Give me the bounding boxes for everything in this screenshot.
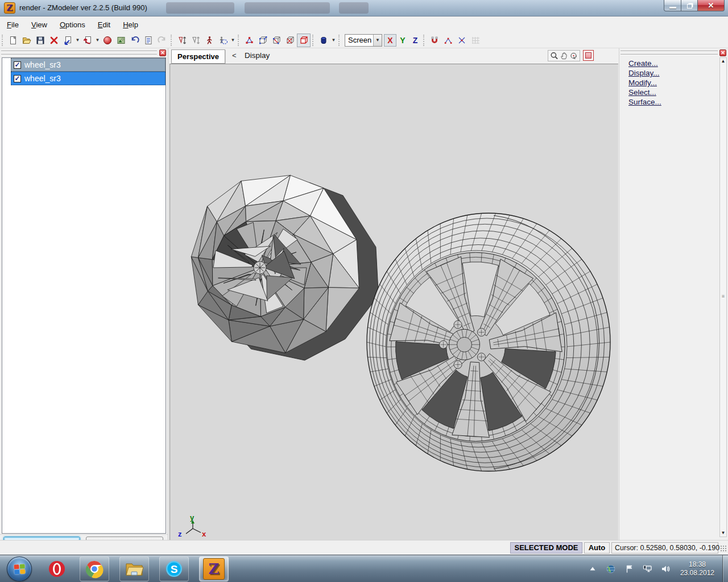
render-button[interactable]: [101, 34, 114, 47]
import-button[interactable]: [61, 34, 75, 47]
taskbar-clock[interactable]: 18:38 23.08.2012: [680, 560, 714, 577]
command-link-display[interactable]: Display...: [628, 68, 661, 78]
command-link-modify[interactable]: Modify...: [628, 78, 661, 88]
network-globe-icon[interactable]: [606, 564, 616, 574]
export-button[interactable]: [81, 34, 94, 47]
dropdown-caret-icon[interactable]: ▼: [230, 34, 236, 47]
scrollbar-grip[interactable]: ≡: [721, 293, 726, 299]
tab-perspective[interactable]: Perspective: [171, 49, 225, 64]
axis-x-button[interactable]: X: [384, 34, 396, 47]
dropdown-caret-icon[interactable]: ▼: [75, 34, 81, 47]
toolbar-separator: [423, 35, 426, 46]
commands-scrollbar[interactable]: ▲ ≡ ▼: [719, 57, 727, 537]
modify-translate-icon: [177, 35, 187, 45]
minimize-button[interactable]: [664, 0, 681, 11]
toolbar-separator: [2, 35, 5, 46]
taskbar-skype[interactable]: S: [159, 556, 189, 581]
axis-y-label: y: [190, 515, 195, 522]
background-window-ghost: [339, 2, 369, 14]
show-desktop-button[interactable]: [722, 555, 728, 582]
zoom-icon[interactable]: [549, 51, 559, 61]
pan-icon[interactable]: [559, 51, 569, 61]
viewport-maximize-button[interactable]: [583, 50, 594, 61]
command-link-create[interactable]: Create...: [628, 59, 661, 68]
magnet-button[interactable]: [428, 34, 441, 47]
command-link-select[interactable]: Select...: [628, 88, 661, 97]
chevron-down-icon[interactable]: ▼: [373, 35, 382, 46]
objects-panel-header[interactable]: ✕: [1, 49, 166, 56]
select-figure-button[interactable]: [216, 34, 230, 47]
rotate-view-icon[interactable]: [569, 51, 578, 61]
menu-edit[interactable]: Edit: [92, 18, 116, 31]
panel-close-icon[interactable]: ✕: [719, 49, 726, 56]
close-button[interactable]: ✕: [698, 0, 725, 11]
menu-help[interactable]: Help: [117, 18, 144, 31]
panel-close-icon[interactable]: ✕: [159, 49, 166, 56]
new-file-button[interactable]: [6, 34, 20, 47]
material-bucket-icon: [318, 35, 329, 45]
level-edges-icon: [258, 35, 268, 45]
breadcrumb-back[interactable]: <: [232, 51, 237, 60]
panel-grip[interactable]: [621, 51, 718, 55]
menu-file[interactable]: File: [1, 18, 24, 31]
dropdown-caret-icon[interactable]: ▼: [330, 34, 337, 47]
status-cursor-readout: Cursor: 0.52580, 0.58030, -0.190: [611, 542, 718, 554]
taskbar-opera[interactable]: [44, 558, 69, 580]
axis-z-button[interactable]: Z: [409, 34, 421, 47]
action-center-flag-icon[interactable]: [624, 564, 634, 574]
scroll-down-icon[interactable]: ▼: [720, 530, 726, 537]
level-edges-button[interactable]: [256, 34, 270, 47]
delete-button[interactable]: [47, 34, 61, 47]
viewport-canvas[interactable]: z y x: [169, 64, 618, 540]
commands-panel-header[interactable]: [621, 49, 718, 56]
modify-rotate-button[interactable]: [189, 34, 202, 47]
menu-options[interactable]: Options: [54, 18, 91, 31]
object-list[interactable]: ✓wheel_sr3✓wheel_sr3: [2, 57, 166, 534]
menu-view[interactable]: View: [26, 18, 53, 31]
background-window-ghost: [245, 2, 330, 14]
level-vertices-button[interactable]: [242, 34, 256, 47]
breadcrumb[interactable]: Display: [245, 51, 270, 60]
snap-vertex-button[interactable]: [441, 34, 455, 47]
status-auto-badge[interactable]: Auto: [584, 542, 610, 554]
start-button[interactable]: [7, 556, 32, 581]
object-list-item[interactable]: ✓wheel_sr3: [11, 58, 166, 72]
axis-y-button[interactable]: Y: [396, 34, 409, 47]
material-editor-button[interactable]: [114, 34, 128, 47]
taskbar-chrome[interactable]: [80, 556, 109, 581]
command-links: Create...Display...Modify...Select...Sur…: [628, 59, 661, 107]
minimize-icon: [669, 7, 676, 9]
animate-walk-button[interactable]: [202, 34, 216, 47]
taskbar-zmodeler[interactable]: Z: [199, 556, 229, 581]
title-bar[interactable]: Z render - ZModeler ver 2.2.5 (Build 990…: [0, 0, 728, 16]
open-file-button[interactable]: [20, 34, 34, 47]
undo-button[interactable]: [128, 34, 142, 47]
save-file-button[interactable]: [34, 34, 47, 47]
modify-translate-button[interactable]: [175, 34, 189, 47]
level-faces-button[interactable]: [270, 34, 283, 47]
hidden-icons-icon[interactable]: [588, 564, 598, 574]
command-link-surface[interactable]: Surface...: [628, 97, 661, 107]
object-list-item[interactable]: ✓wheel_sr3: [11, 72, 166, 85]
level-objects-button[interactable]: [297, 34, 311, 47]
material-bucket-button[interactable]: [317, 34, 330, 47]
toolbar-separator: [312, 35, 315, 46]
visibility-checkbox[interactable]: ✓: [14, 75, 21, 82]
object-name-label: wheel_sr3: [24, 60, 61, 69]
scroll-up-icon[interactable]: ▲: [720, 58, 726, 65]
network-status-icon[interactable]: [642, 564, 652, 574]
panel-grip[interactable]: [1, 51, 157, 55]
log-button[interactable]: [142, 34, 155, 47]
level-polygons-button[interactable]: [283, 34, 297, 47]
transform-space-combo[interactable]: Screen▼: [345, 34, 382, 47]
skype-icon: S: [164, 559, 184, 579]
animate-walk-icon: [204, 35, 214, 45]
volume-icon[interactable]: [660, 564, 671, 574]
dropdown-caret-icon[interactable]: ▼: [94, 34, 101, 47]
restore-button[interactable]: [681, 0, 698, 11]
snap-edge-button[interactable]: [455, 34, 469, 47]
window-title: render - ZModeler ver 2.2.5 (Build 990): [19, 0, 147, 16]
taskbar-explorer[interactable]: [119, 556, 149, 581]
toolbar-separator: [238, 35, 241, 46]
visibility-checkbox[interactable]: ✓: [14, 61, 21, 69]
